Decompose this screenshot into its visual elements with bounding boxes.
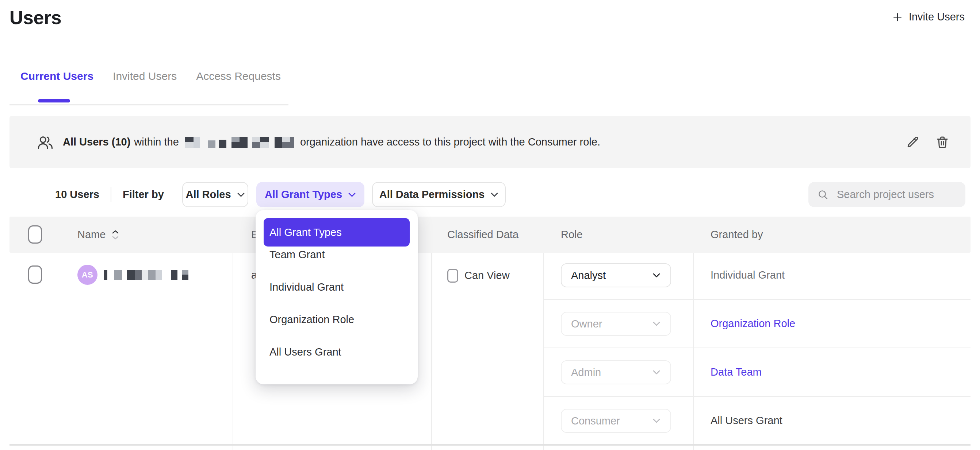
granted-by-individual-grant: Individual Grant [711, 269, 785, 281]
row-bottom-divider [10, 444, 970, 445]
filter-by-label: Filter by [123, 182, 164, 207]
dropdown-item-organization-role[interactable]: Organization Role [269, 309, 408, 330]
grant-types-dropdown: All Grant Types Team Grant Individual Gr… [256, 210, 418, 384]
search-icon [817, 189, 829, 201]
filter-all-roles[interactable]: All Roles [182, 182, 248, 207]
search-input[interactable] [836, 188, 957, 201]
banner-bold-text: All Users (10) [63, 136, 130, 148]
tab-baseline [10, 104, 288, 105]
filter-all-data-permissions-label: All Data Permissions [379, 189, 485, 201]
dropdown-item-team-grant[interactable]: Team Grant [269, 244, 408, 266]
banner-before-text: within the [134, 136, 179, 148]
invite-users-button[interactable]: Invite Users [892, 11, 965, 23]
column-header-name-label: Name [77, 229, 105, 241]
role-select-admin: Admin [561, 360, 671, 384]
granted-by-data-team-link[interactable]: Data Team [711, 366, 762, 378]
role-select-label: Consumer [571, 415, 620, 427]
role-select-consumer: Consumer [561, 409, 671, 433]
subrow-divider [543, 347, 970, 348]
tab-invited-users[interactable]: Invited Users [113, 70, 177, 82]
tab-access-requests[interactable]: Access Requests [196, 70, 281, 82]
can-view-checkbox[interactable] [447, 269, 458, 283]
column-header-granted-by: Granted by [711, 217, 763, 253]
page-title: Users [10, 6, 61, 29]
subrow-divider [543, 396, 970, 397]
role-select-analyst[interactable]: Analyst [561, 263, 671, 287]
users-group-icon [37, 135, 53, 149]
column-divider [431, 253, 432, 450]
sort-icon [112, 230, 119, 239]
row-checkbox[interactable] [28, 266, 42, 284]
column-divider [693, 253, 694, 450]
dropdown-item-all-grant-types[interactable]: All Grant Types [264, 218, 410, 247]
toolbar-divider [111, 187, 111, 202]
invite-users-label: Invite Users [909, 11, 965, 23]
role-select-owner: Owner [561, 312, 671, 336]
column-header-granted-by-label: Granted by [711, 229, 763, 241]
tab-current-users[interactable]: Current Users [21, 70, 94, 82]
user-count-label: 10 Users [55, 182, 99, 207]
edit-icon[interactable] [905, 135, 920, 150]
role-select-label: Owner [571, 318, 602, 330]
column-header-role: Role [561, 217, 583, 253]
avatar-initials: AS [82, 270, 94, 280]
role-select-label: Admin [571, 366, 601, 379]
role-select-label: Analyst [571, 269, 606, 282]
column-header-name[interactable]: Name [77, 217, 119, 253]
redacted-org-name [185, 137, 294, 148]
column-header-classified-label: Classified Data [447, 229, 519, 241]
column-header-role-label: Role [561, 229, 583, 241]
filter-all-grant-types-label: All Grant Types [265, 189, 342, 201]
users-page: Users Invite Users Current Users Invited… [0, 0, 980, 450]
chevron-down-icon [490, 192, 498, 197]
chevron-down-icon [652, 273, 661, 278]
granted-by-all-users-grant: All Users Grant [711, 415, 783, 427]
tab-bar: Current Users Invited Users Access Reque… [21, 70, 281, 82]
granted-by-organization-role-link[interactable]: Organization Role [711, 318, 795, 330]
all-users-banner: All Users (10) within the organization h… [10, 116, 970, 168]
filter-toolbar: 10 Users Filter by All Roles All Grant T… [0, 182, 980, 207]
plus-icon [892, 12, 903, 22]
column-divider [232, 253, 233, 450]
banner-text: All Users (10) within the organization h… [63, 136, 600, 148]
subrow-divider [543, 299, 970, 300]
filter-all-data-permissions[interactable]: All Data Permissions [372, 182, 506, 207]
chevron-down-icon [652, 370, 661, 375]
filter-all-grant-types[interactable]: All Grant Types [256, 182, 364, 207]
select-all-checkbox[interactable] [28, 225, 42, 244]
column-header-classified-data: Classified Data [447, 217, 519, 253]
filter-all-roles-label: All Roles [186, 189, 231, 201]
delete-icon[interactable] [935, 135, 950, 150]
redacted-user-name [104, 270, 188, 280]
column-divider [543, 253, 544, 450]
chevron-down-icon [652, 321, 661, 326]
active-tab-indicator [38, 99, 70, 103]
can-view-label: Can View [465, 269, 510, 282]
chevron-down-icon [652, 418, 661, 423]
banner-after-text: organization have access to this project… [300, 136, 600, 148]
dropdown-item-all-users-grant[interactable]: All Users Grant [269, 341, 408, 363]
chevron-down-icon [348, 192, 356, 197]
search-box [808, 182, 966, 207]
chevron-down-icon [237, 192, 245, 197]
avatar: AS [77, 265, 97, 285]
dropdown-item-individual-grant[interactable]: Individual Grant [269, 276, 408, 298]
